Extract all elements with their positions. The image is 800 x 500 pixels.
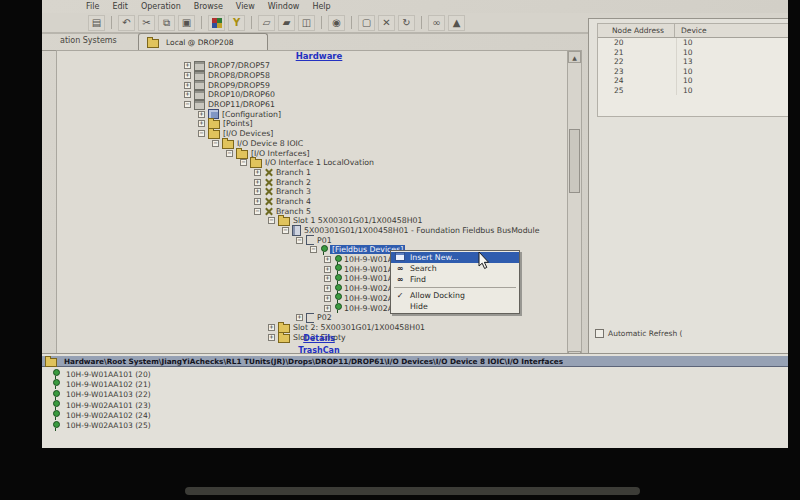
- collapse-box-icon[interactable]: −: [310, 246, 317, 253]
- print-icon[interactable]: ▤: [88, 15, 105, 31]
- menu-operation[interactable]: Operation: [141, 2, 181, 11]
- expand-box-icon[interactable]: +: [296, 314, 303, 321]
- menu-file[interactable]: File: [86, 2, 99, 11]
- expand-box-icon[interactable]: +: [198, 111, 205, 118]
- context-menu-item-insert-new[interactable]: Insert New...: [391, 252, 519, 263]
- table-row[interactable]: 2510: [598, 86, 788, 96]
- tree-item-slot-1-5x00301g01-1x00458h01[interactable]: −Slot 1 5X00301G01/1X00458H01: [57, 216, 567, 226]
- table-row[interactable]: 2310: [598, 67, 788, 77]
- expand-box-icon[interactable]: +: [324, 256, 331, 263]
- hardware-panel-title[interactable]: Hardware: [57, 51, 581, 61]
- details-link[interactable]: Details: [57, 334, 581, 343]
- context-menu-item-search[interactable]: ∞Search: [391, 263, 519, 274]
- device-list-item[interactable]: 10H-9-W02AA103 (25): [52, 420, 151, 430]
- refresh-icon[interactable]: ↻: [398, 15, 415, 31]
- column-header-node-address[interactable]: Node Address: [598, 24, 675, 37]
- tree-item-drop7-drop57[interactable]: +DROP7/DROP57: [57, 61, 567, 71]
- collapse-box-icon[interactable]: −: [212, 140, 219, 147]
- collapse-box-icon[interactable]: −: [296, 237, 303, 244]
- collapse-box-icon[interactable]: −: [184, 101, 191, 108]
- expand-box-icon[interactable]: +: [324, 295, 331, 302]
- table-row[interactable]: 2110: [598, 48, 788, 58]
- tree-item-drop10-drop60[interactable]: +DROP10/DROP60: [57, 90, 567, 100]
- tree-item-branch-1[interactable]: +Branch 1: [57, 168, 567, 178]
- tree-item-branch-2[interactable]: +Branch 2: [57, 177, 567, 187]
- expand-box-icon[interactable]: +: [254, 179, 261, 186]
- collapse-box-icon[interactable]: −: [240, 159, 247, 166]
- expand-box-icon[interactable]: +: [184, 82, 191, 89]
- expand-box-icon[interactable]: +: [184, 72, 191, 79]
- tree-item-configuration[interactable]: +[Configuration]: [57, 109, 567, 119]
- collapse-box-icon[interactable]: −: [198, 130, 205, 137]
- menu-window[interactable]: Window: [268, 2, 300, 11]
- expand-box-icon[interactable]: +: [324, 275, 331, 282]
- tree-item-drop8-drop58[interactable]: +DROP8/DROP58: [57, 71, 567, 81]
- expand-box-icon[interactable]: +: [324, 266, 331, 273]
- expand-box-icon[interactable]: +: [184, 91, 191, 98]
- expand-box-icon[interactable]: +: [268, 324, 275, 331]
- tree-item-branch-5[interactable]: −Branch 5: [57, 206, 567, 216]
- find-next-icon[interactable]: ▲: [448, 15, 465, 31]
- expand-box-icon[interactable]: +: [254, 198, 261, 205]
- expand-box-icon[interactable]: +: [254, 188, 261, 195]
- share-icon[interactable]: ◫: [298, 15, 315, 31]
- scrollbar-thumb[interactable]: [569, 129, 580, 193]
- device-list-item[interactable]: 10H-9-W01AA103 (22): [52, 390, 151, 400]
- table-row[interactable]: 2010: [598, 38, 788, 48]
- menu-browse[interactable]: Browse: [194, 2, 223, 11]
- binoculars-icon[interactable]: ∞: [428, 15, 445, 31]
- tree-item-i-o-interface-1-localovation[interactable]: −I/O Interface 1 LocalOvation: [57, 158, 567, 168]
- copy-icon[interactable]: ⧉: [158, 15, 175, 31]
- collapse-box-icon[interactable]: −: [254, 208, 261, 215]
- paste-icon[interactable]: ▣: [178, 15, 195, 31]
- camera-icon[interactable]: ◉: [328, 15, 345, 31]
- collapse-box-icon[interactable]: −: [282, 227, 289, 234]
- undo-icon[interactable]: ↶: [118, 15, 135, 31]
- collapse-box-icon[interactable]: −: [268, 217, 275, 224]
- tree-item-i-o-interfaces[interactable]: −[I/O Interfaces]: [57, 148, 567, 158]
- tab-local-drop208[interactable]: Local @ DROP208: [138, 33, 268, 50]
- tree-scrollbar[interactable]: ▲ ▼: [567, 51, 581, 363]
- context-menu-item-hide[interactable]: Hide: [391, 301, 519, 312]
- tree-item-i-o-devices[interactable]: −[I/O Devices]: [57, 129, 567, 139]
- table-row[interactable]: 2213: [598, 57, 788, 67]
- tree-item-drop11-drop61[interactable]: −DROP11/DROP61: [57, 100, 567, 110]
- context-menu-item-allow-docking[interactable]: ✓Allow Docking: [391, 290, 519, 301]
- tree-item-5x00301g01-1x00458h01-foundation-fieldbus-busmodule[interactable]: −5X00301G01/1X00458H01 - Foundation Fiel…: [57, 226, 567, 236]
- column-header-device[interactable]: Device: [675, 24, 788, 37]
- menu-edit[interactable]: Edit: [112, 2, 128, 11]
- tree-item-i-o-device-8-ioic[interactable]: −I/O Device 8 IOIC: [57, 139, 567, 149]
- device-list-item[interactable]: 10H-9-W02AA102 (24): [52, 410, 151, 420]
- device-list-item[interactable]: 10H-9-W02AA101 (23): [52, 400, 151, 410]
- scroll-up-arrow-icon[interactable]: ▲: [568, 51, 581, 63]
- context-menu-item-find[interactable]: ∞Find: [391, 274, 519, 285]
- tree-item-branch-3[interactable]: +Branch 3: [57, 187, 567, 197]
- color-grid-icon[interactable]: [208, 15, 225, 31]
- expand-box-icon[interactable]: +: [324, 305, 331, 312]
- menu-view[interactable]: View: [236, 2, 255, 11]
- expand-box-icon[interactable]: +: [324, 285, 331, 292]
- device-list-item[interactable]: 10H-9-W01AA101 (20): [52, 369, 151, 379]
- automatic-refresh-checkbox[interactable]: [595, 329, 604, 338]
- filter-icon[interactable]: Y: [228, 15, 245, 31]
- expand-box-icon[interactable]: +: [198, 120, 205, 127]
- device-list-item[interactable]: 10H-9-W01AA102 (21): [52, 379, 151, 389]
- table-row[interactable]: 2410: [598, 76, 788, 86]
- expand-box-icon[interactable]: +: [184, 62, 191, 69]
- menu-help[interactable]: Help: [312, 2, 330, 11]
- import-icon[interactable]: ▱: [258, 15, 275, 31]
- cut-icon[interactable]: ✂: [138, 15, 155, 31]
- expand-box-icon[interactable]: +: [254, 169, 261, 176]
- tree-item-label: DROP7/DROP57: [208, 61, 270, 70]
- tree-item-drop9-drop59[interactable]: +DROP9/DROP59: [57, 80, 567, 90]
- tree-item-p01[interactable]: −P01: [57, 235, 567, 245]
- select-icon[interactable]: ▢: [358, 15, 375, 31]
- tree-item-branch-4[interactable]: +Branch 4: [57, 197, 567, 207]
- export-icon[interactable]: ▰: [278, 15, 295, 31]
- tree-item-points[interactable]: +[Points]: [57, 119, 567, 129]
- collapse-box-icon[interactable]: −: [226, 150, 233, 157]
- tree-item-p02[interactable]: +P02: [57, 313, 567, 323]
- device-list-root-row[interactable]: Hardware\Root System\JiangYiAchecks\RL1 …: [42, 356, 788, 367]
- tree-item-slot-2-5x00301g01-1x00458h01[interactable]: +Slot 2: 5X00301G01/1X00458H01: [57, 323, 567, 333]
- delete-icon[interactable]: ✕: [378, 15, 395, 31]
